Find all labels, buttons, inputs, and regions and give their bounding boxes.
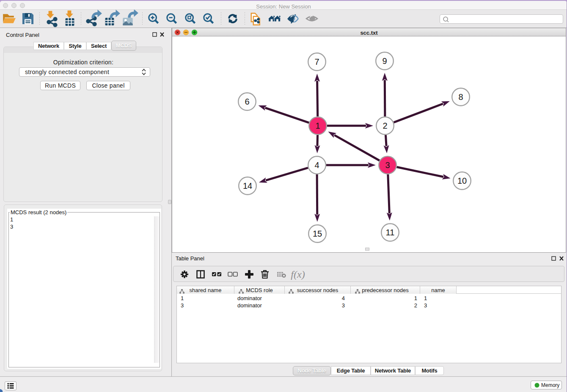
svg-text:11: 11	[386, 228, 395, 237]
svg-text:3: 3	[385, 160, 390, 170]
svg-text:15: 15	[313, 229, 322, 238]
svg-text:10: 10	[457, 176, 467, 185]
svg-text:14: 14	[243, 181, 252, 190]
svg-text:2: 2	[383, 121, 387, 130]
svg-text:7: 7	[314, 57, 319, 66]
svg-text:4: 4	[314, 160, 319, 170]
svg-text:1: 1	[315, 121, 320, 130]
svg-text:6: 6	[245, 97, 249, 106]
svg-text:9: 9	[382, 56, 387, 66]
svg-text:8: 8	[458, 92, 463, 102]
svg-text:f(x): f(x)	[291, 269, 305, 280]
